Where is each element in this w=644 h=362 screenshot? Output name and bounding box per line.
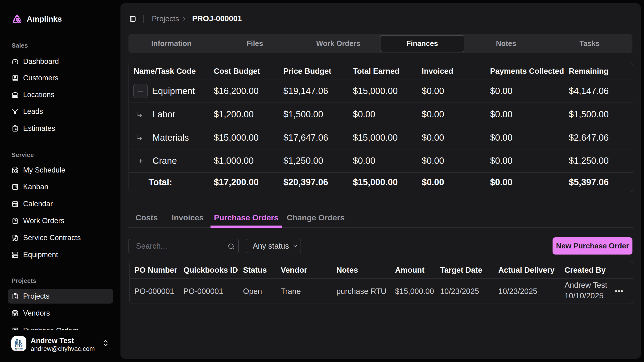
svg-text:AND COOLING: AND COOLING <box>14 349 23 351</box>
